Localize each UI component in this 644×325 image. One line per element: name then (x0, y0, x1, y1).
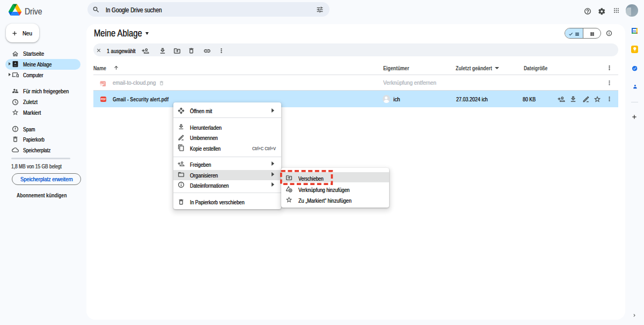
svg-text:31: 31 (633, 29, 636, 33)
